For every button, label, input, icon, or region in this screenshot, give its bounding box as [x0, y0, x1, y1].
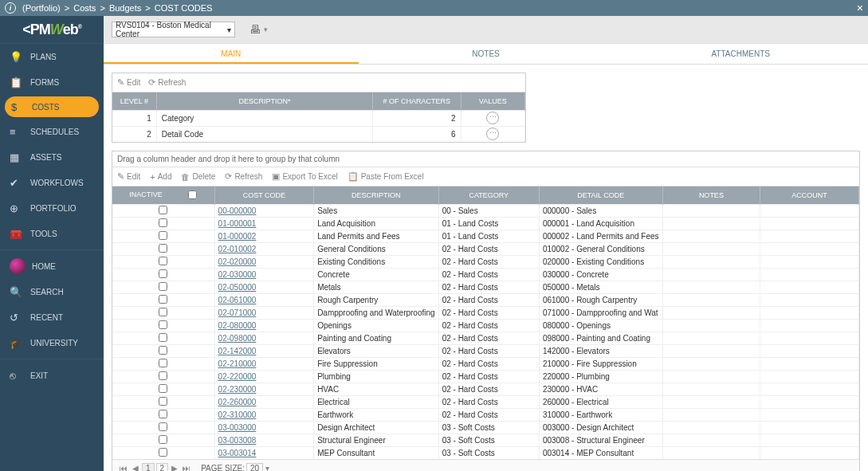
inactive-checkbox[interactable]	[159, 269, 167, 278]
inactive-checkbox[interactable]	[159, 397, 167, 406]
table-row[interactable]: 02-260000 Electrical 02 - Hard Costs 260…	[112, 395, 859, 408]
cost-code-link[interactable]: 03-003014	[218, 449, 257, 457]
table-row[interactable]: 02-080000 Openings 02 - Hard Costs 08000…	[112, 319, 859, 332]
edit-button[interactable]: ✎Edit	[117, 171, 140, 182]
inactive-checkbox[interactable]	[159, 206, 167, 214]
inactive-checkbox[interactable]	[159, 295, 167, 304]
table-row[interactable]: 02-010002 General Conditions 02 - Hard C…	[112, 242, 859, 255]
table-row[interactable]: 02-310000 Earthwork 02 - Hard Costs 3100…	[112, 408, 859, 421]
col-notes[interactable]: NOTES	[662, 186, 760, 204]
cost-code-link[interactable]: 02-230000	[218, 385, 257, 394]
sidebar-item-schedules[interactable]: ≡SCHEDULES	[0, 119, 104, 144]
cost-code-link[interactable]: 02-310000	[218, 410, 257, 419]
inactive-checkbox[interactable]	[159, 282, 167, 291]
levels-edit-button[interactable]: ✎Edit	[117, 77, 140, 88]
pager-next[interactable]: ▶	[169, 464, 180, 471]
inactive-checkbox[interactable]	[159, 435, 167, 444]
levels-col-values[interactable]: VALUES	[461, 92, 524, 110]
col-detail-code[interactable]: DETAIL CODE	[539, 186, 662, 204]
paste-excel-button[interactable]: 📋Paste From Excel	[348, 171, 424, 182]
inactive-checkbox[interactable]	[159, 257, 167, 265]
table-row[interactable]: 03-003014 MEP Consultant 03 - Soft Costs…	[112, 446, 859, 459]
cost-code-link[interactable]: 02-210000	[218, 359, 257, 368]
table-row[interactable]: 02-061000 Rough Carpentry 02 - Hard Cost…	[112, 293, 859, 306]
group-hint[interactable]: Drag a column header and drop it here to…	[112, 151, 859, 167]
page-size-value[interactable]: 20	[246, 463, 263, 471]
inactive-checkbox[interactable]	[159, 218, 167, 227]
table-row[interactable]: 01-000001 Land Acquisition 01 - Land Cos…	[112, 217, 859, 230]
cost-code-link[interactable]: 02-220000	[218, 372, 257, 381]
inactive-checkbox[interactable]	[159, 410, 167, 418]
inactive-checkbox[interactable]	[159, 346, 167, 355]
table-row[interactable]: 02-020000 Existing Conditions 02 - Hard …	[112, 255, 859, 268]
inactive-header-checkbox[interactable]	[188, 190, 197, 199]
cost-code-link[interactable]: 03-003000	[218, 423, 257, 432]
cost-code-link[interactable]: 00-000000	[218, 206, 257, 215]
cost-code-link[interactable]: 01-000002	[218, 232, 257, 241]
levels-col-desc[interactable]: DESCRIPTION*	[156, 92, 372, 110]
values-button[interactable]: ⋯	[486, 112, 499, 124]
breadcrumb-part[interactable]: (Portfolio)	[22, 3, 61, 13]
col-inactive[interactable]: INACTIVE	[112, 186, 214, 204]
cost-code-link[interactable]: 02-142000	[218, 347, 257, 355]
col-description[interactable]: DESCRIPTION	[314, 186, 439, 204]
tab-main[interactable]: MAIN	[104, 44, 359, 64]
inactive-checkbox[interactable]	[159, 448, 167, 457]
table-row[interactable]: 02-098000 Painting and Coating 02 - Hard…	[112, 332, 859, 344]
levels-col-level[interactable]: LEVEL #	[112, 92, 156, 110]
cost-code-link[interactable]: 02-071000	[218, 308, 257, 317]
table-row[interactable]: 02-142000 Elevators 02 - Hard Costs 1420…	[112, 344, 859, 357]
table-row[interactable]: 00-000000 Sales 00 - Sales 000000 - Sale…	[112, 204, 859, 217]
col-cost-code[interactable]: COST CODE	[214, 186, 314, 204]
sidebar-item-university[interactable]: 🎓UNIVERSITY	[0, 330, 104, 355]
cost-code-link[interactable]: 02-098000	[218, 334, 257, 343]
print-dropdown-caret[interactable]: ▾	[264, 26, 268, 33]
inactive-checkbox[interactable]	[159, 244, 167, 253]
delete-button[interactable]: 🗑Delete	[181, 172, 215, 182]
pager-prev[interactable]: ◀	[130, 464, 141, 471]
inactive-checkbox[interactable]	[159, 422, 167, 431]
info-icon[interactable]: i	[5, 2, 16, 14]
cost-code-link[interactable]: 02-010002	[218, 245, 257, 253]
pager-first[interactable]: ⏮	[117, 464, 130, 471]
table-row[interactable]: 02-230000 HVAC 02 - Hard Costs 230000 - …	[112, 383, 859, 395]
inactive-checkbox[interactable]	[159, 308, 167, 316]
close-icon[interactable]: ×	[857, 2, 863, 14]
sidebar-item-workflows[interactable]: ✔WORKFLOWS	[0, 170, 104, 195]
cost-code-link[interactable]: 02-260000	[218, 398, 257, 406]
col-account[interactable]: ACCOUNT	[760, 186, 859, 204]
sidebar-item-costs[interactable]: $COSTS	[5, 96, 99, 117]
sidebar-item-forms[interactable]: 📋FORMS	[0, 69, 104, 95]
levels-col-chars[interactable]: # OF CHARACTERS	[373, 92, 461, 110]
inactive-checkbox[interactable]	[159, 359, 167, 367]
print-icon[interactable]: 🖶	[249, 23, 262, 36]
table-row[interactable]: 03-003008 Structural Engineer 03 - Soft …	[112, 434, 859, 446]
cost-code-link[interactable]: 02-030000	[218, 270, 257, 279]
sidebar-item-exit[interactable]: ⎋EXIT	[0, 363, 104, 388]
tab-attachments[interactable]: ATTACHMENTS	[613, 44, 868, 64]
cost-code-link[interactable]: 02-050000	[218, 283, 257, 292]
page-size-caret[interactable]: ▾	[263, 464, 272, 471]
table-row[interactable]: 01-000002 Land Permits and Fees 01 - Lan…	[112, 230, 859, 242]
inactive-checkbox[interactable]	[159, 320, 167, 329]
table-row[interactable]: 02-050000 Metals 02 - Hard Costs 050000 …	[112, 281, 859, 293]
inactive-checkbox[interactable]	[159, 384, 167, 393]
sidebar-item-home[interactable]: HOME	[0, 253, 104, 279]
export-excel-button[interactable]: ▣Export To Excel	[272, 171, 337, 182]
sidebar-item-portfolio[interactable]: ⊕PORTFOLIO	[0, 195, 104, 221]
sidebar-item-search[interactable]: 🔍SEARCH	[0, 279, 104, 304]
sidebar-item-tools[interactable]: 🧰TOOLS	[0, 221, 104, 246]
tab-notes[interactable]: NOTES	[359, 44, 614, 64]
cost-code-link[interactable]: 01-000001	[218, 219, 257, 228]
cost-code-link[interactable]: 02-080000	[218, 321, 257, 330]
inactive-checkbox[interactable]	[159, 371, 167, 380]
levels-row[interactable]: 2 Detail Code 6 ⋯	[112, 126, 525, 142]
inactive-checkbox[interactable]	[159, 333, 167, 342]
table-row[interactable]: 02-210000 Fire Suppression 02 - Hard Cos…	[112, 357, 859, 370]
sidebar-item-plans[interactable]: 💡PLANS	[0, 44, 104, 69]
inactive-checkbox[interactable]	[159, 231, 167, 240]
col-category[interactable]: CATEGORY	[438, 186, 539, 204]
table-row[interactable]: 02-071000 Dampproofing and Waterproofing…	[112, 306, 859, 319]
cost-code-link[interactable]: 02-061000	[218, 296, 257, 304]
table-row[interactable]: 03-003000 Design Architect 03 - Soft Cos…	[112, 421, 859, 434]
